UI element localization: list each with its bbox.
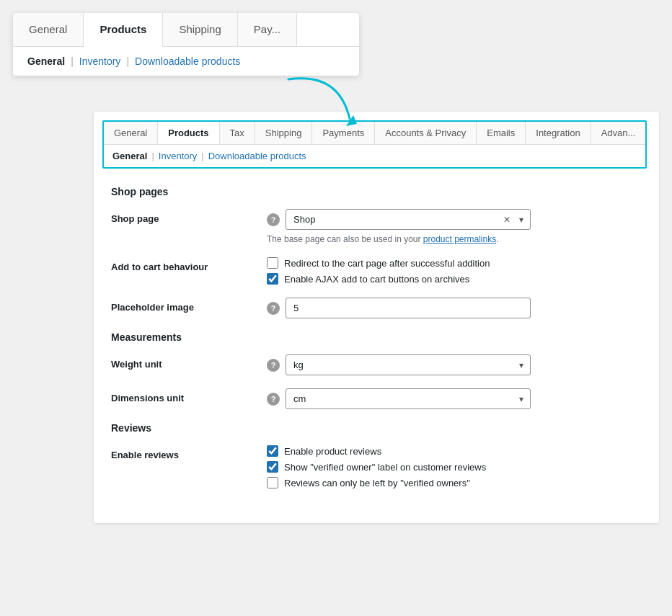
checkbox-verified-owner-label: Show "verified owner" label on customer … — [284, 462, 486, 473]
help-icon-placeholder[interactable]: ? — [267, 302, 280, 315]
svg-marker-0 — [346, 115, 357, 126]
dimensions-unit-select-wrapper: cm m mm in yd ▾ — [286, 388, 531, 409]
field-label-dimensions-unit: Dimensions unit — [111, 388, 255, 403]
weight-unit-select-wrapper: kg g lbs oz ▾ — [286, 354, 531, 375]
inner-subtab-general-active: General — [112, 151, 147, 161]
checkbox-redirect-input[interactable] — [267, 257, 278, 269]
section-measurements: Measurements Weight unit ? kg g lbs oz — [111, 331, 642, 409]
checkbox-only-verified-label: Reviews can only be left by "verified ow… — [284, 478, 470, 488]
main-settings-area: General Products Tax Shipping Payments A… — [94, 112, 659, 523]
inner-tab-accounts[interactable]: Accounts & Privacy — [375, 122, 477, 144]
field-control-enable-reviews: Enable product reviews Show "verified ow… — [267, 445, 642, 488]
tab-general[interactable]: General — [13, 13, 84, 46]
field-row-shop-page: Shop page ? Shop ✕ ▾ The base page — [111, 209, 642, 244]
field-label-add-to-cart: Add to cart behaviour — [111, 257, 255, 272]
checkbox-redirect-label: Redirect to the cart page after successf… — [284, 258, 490, 269]
inner-tab-advanced[interactable]: Advan... — [591, 122, 646, 144]
help-icon-dimensions[interactable]: ? — [267, 393, 280, 406]
inner-tab-products[interactable]: Products — [158, 122, 219, 144]
tab-shipping[interactable]: Shipping — [163, 13, 237, 46]
subtab-general-active: General — [27, 55, 65, 67]
shop-page-select-wrapper: Shop ✕ ▾ — [286, 209, 531, 230]
inner-tab-integration[interactable]: Integration — [526, 122, 591, 144]
field-row-add-to-cart: Add to cart behaviour Redirect to the ca… — [111, 257, 642, 285]
help-icon-shop-page[interactable]: ? — [267, 213, 280, 226]
field-row-weight-unit: Weight unit ? kg g lbs oz ▾ — [111, 354, 642, 375]
field-control-shop-page: ? Shop ✕ ▾ The base page can also be use… — [267, 209, 642, 244]
section-title-measurements: Measurements — [111, 331, 642, 343]
field-row-enable-reviews: Enable reviews Enable product reviews Sh… — [111, 445, 642, 488]
inner-tabs: General Products Tax Shipping Payments A… — [104, 122, 645, 145]
subtab-downloadable-link[interactable]: Downloadable products — [135, 55, 240, 67]
subtab-inventory-link[interactable]: Inventory — [79, 55, 121, 67]
shop-page-select[interactable]: Shop — [286, 209, 531, 230]
inner-subtab-inventory-link[interactable]: Inventory — [159, 151, 197, 161]
field-label-weight-unit: Weight unit — [111, 354, 255, 370]
checkbox-enable-reviews-label: Enable product reviews — [284, 446, 381, 457]
field-control-dimensions-unit: ? cm m mm in yd ▾ — [267, 388, 642, 409]
checkbox-only-verified: Reviews can only be left by "verified ow… — [267, 477, 642, 488]
field-label-placeholder-image: Placeholder image — [111, 298, 255, 313]
checkbox-only-verified-input[interactable] — [267, 477, 278, 488]
field-row-placeholder-image: Placeholder image ? — [111, 298, 642, 318]
field-control-weight-unit: ? kg g lbs oz ▾ — [267, 354, 642, 375]
inner-tabs-wrapper: General Products Tax Shipping Payments A… — [102, 120, 647, 169]
product-permalinks-link[interactable]: product permalinks — [423, 234, 496, 244]
section-title-reviews: Reviews — [111, 422, 642, 434]
content-area: Shop pages Shop page ? Shop ✕ ▾ — [94, 169, 659, 523]
section-shop-pages: Shop pages Shop page ? Shop ✕ ▾ — [111, 186, 642, 318]
field-control-add-to-cart: Redirect to the cart page after successf… — [267, 257, 642, 285]
field-label-enable-reviews: Enable reviews — [111, 445, 255, 460]
dimensions-unit-select[interactable]: cm m mm in yd — [286, 388, 531, 409]
field-control-placeholder-image: ? — [267, 298, 642, 318]
field-row-dimensions-unit: Dimensions unit ? cm m mm in yd — [111, 388, 642, 409]
shop-page-helper: The base page can also be used in your p… — [267, 234, 642, 244]
inner-subtab-downloadable-link[interactable]: Downloadable products — [208, 151, 306, 161]
checkbox-ajax-label: Enable AJAX add to cart buttons on archi… — [284, 274, 469, 285]
field-label-shop-page: Shop page — [111, 209, 255, 224]
weight-unit-select[interactable]: kg g lbs oz — [286, 354, 531, 375]
tab-products[interactable]: Products — [84, 13, 163, 47]
section-title-shop-pages: Shop pages — [111, 186, 642, 197]
tab-pay[interactable]: Pay... — [238, 13, 297, 46]
checkbox-ajax: Enable AJAX add to cart buttons on archi… — [267, 273, 642, 285]
section-reviews: Reviews Enable reviews Enable product re… — [111, 422, 642, 488]
inner-tab-emails[interactable]: Emails — [477, 122, 526, 144]
checkbox-ajax-input[interactable] — [267, 273, 278, 285]
checkbox-redirect: Redirect to the cart page after successf… — [267, 257, 642, 269]
checkbox-verified-owner-input[interactable] — [267, 461, 278, 473]
help-icon-weight[interactable]: ? — [267, 359, 280, 372]
placeholder-image-input[interactable] — [286, 298, 531, 318]
inner-tab-tax[interactable]: Tax — [220, 122, 255, 144]
checkbox-verified-owner: Show "verified owner" label on customer … — [267, 461, 642, 473]
inner-subtabs: General | Inventory | Downloadable produ… — [104, 145, 645, 167]
checkbox-enable-reviews: Enable product reviews — [267, 445, 642, 457]
arrow-annotation — [281, 65, 368, 137]
inner-tab-general[interactable]: General — [104, 122, 158, 144]
top-tabs: General Products Shipping Pay... — [13, 13, 359, 47]
checkbox-enable-reviews-input[interactable] — [267, 445, 278, 457]
